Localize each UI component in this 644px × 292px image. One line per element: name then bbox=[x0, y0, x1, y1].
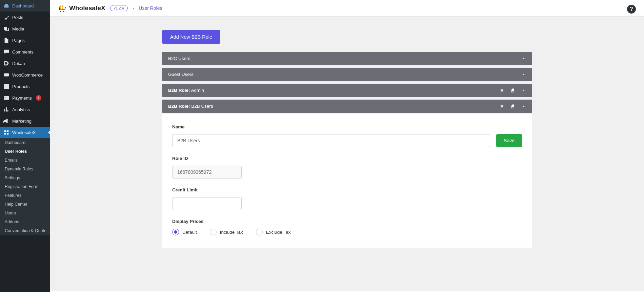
roleid-label: Role ID bbox=[172, 156, 522, 161]
accordion-b2b-users[interactable]: B2B Role: B2B Users bbox=[162, 100, 532, 113]
accordion-b2c-users[interactable]: B2C Users bbox=[162, 52, 532, 65]
delete-icon[interactable] bbox=[500, 88, 504, 93]
radio-dot-icon bbox=[172, 229, 179, 235]
woo-icon bbox=[3, 72, 9, 78]
radio-exclude-tax[interactable]: Exclude Tax bbox=[256, 229, 291, 235]
main-content: WholesaleX v1.2.4 › User Roles ? Add New… bbox=[50, 0, 644, 292]
sidebar-item-comments[interactable]: Comments bbox=[0, 46, 50, 58]
sidebar-label: Media bbox=[12, 26, 24, 32]
sidebar-label: Dashboard bbox=[12, 3, 34, 8]
accordion-title: B2B Role: Admin bbox=[168, 88, 500, 93]
sidebar-item-woocommerce[interactable]: WooCommerce bbox=[0, 69, 50, 81]
page-icon bbox=[3, 37, 9, 43]
sub-item-user-roles[interactable]: User Roles bbox=[0, 147, 50, 156]
sub-item-users[interactable]: Users bbox=[0, 209, 50, 217]
gauge-icon bbox=[3, 3, 9, 9]
credit-label: Credit Limit bbox=[172, 187, 522, 192]
breadcrumb: User Roles bbox=[139, 5, 162, 11]
cart-icon bbox=[58, 4, 66, 12]
brand-logo: WholesaleX bbox=[58, 4, 105, 12]
save-button[interactable]: Save bbox=[496, 134, 522, 147]
sidebar-item-dokan[interactable]: Dokan bbox=[0, 58, 50, 69]
chevron-down-icon[interactable] bbox=[521, 72, 526, 77]
radio-dot-icon bbox=[210, 229, 217, 235]
sidebar-label: WholesaleX bbox=[12, 130, 36, 135]
credit-input[interactable] bbox=[172, 197, 242, 210]
sub-item-emails[interactable]: Emails bbox=[0, 156, 50, 165]
sidebar-label: Dokan bbox=[12, 61, 25, 66]
radio-default[interactable]: Default bbox=[172, 229, 197, 235]
accordion-title: B2B Role: B2B Users bbox=[168, 104, 500, 109]
dokan-icon bbox=[3, 60, 9, 66]
sub-item-help-center[interactable]: Help Center bbox=[0, 200, 50, 209]
sidebar-label: Payments bbox=[12, 96, 32, 101]
sidebar-submenu: Dashboard User Roles Emails Dynamic Rule… bbox=[0, 138, 50, 235]
sidebar-item-pages[interactable]: Pages bbox=[0, 35, 50, 46]
delete-icon[interactable] bbox=[500, 104, 504, 109]
accordion-title: B2C Users bbox=[168, 56, 521, 61]
sidebar-item-posts[interactable]: Posts bbox=[0, 12, 50, 23]
sub-item-dynamic-rules[interactable]: Dynamic Rules bbox=[0, 165, 50, 173]
admin-sidebar: Dashboard Posts Media Pages Comments Dok… bbox=[0, 0, 50, 292]
radio-include-tax[interactable]: Include Tax bbox=[210, 229, 243, 235]
sub-item-dashboard[interactable]: Dashboard bbox=[0, 138, 50, 147]
chevron-down-icon[interactable] bbox=[521, 88, 526, 93]
topbar: WholesaleX v1.2.4 › User Roles bbox=[50, 0, 644, 17]
sidebar-item-media[interactable]: Media bbox=[0, 23, 50, 35]
accordion-title: Guest Users bbox=[168, 72, 521, 77]
version-badge: v1.2.4 bbox=[110, 5, 128, 11]
sidebar-label: Products bbox=[12, 84, 29, 89]
copy-icon[interactable] bbox=[510, 104, 515, 109]
sub-item-settings[interactable]: Settings bbox=[0, 173, 50, 182]
accordion-guest-users[interactable]: Guest Users bbox=[162, 68, 532, 81]
sidebar-label: Pages bbox=[12, 38, 25, 43]
box-icon bbox=[3, 83, 9, 89]
sidebar-item-analytics[interactable]: Analytics bbox=[0, 104, 50, 115]
payment-icon bbox=[3, 95, 9, 101]
sub-item-conversation-quote[interactable]: Conversation & Quote bbox=[0, 226, 50, 235]
sidebar-item-payments[interactable]: Payments1 bbox=[0, 92, 50, 104]
prices-label: Display Prices bbox=[172, 219, 522, 224]
sidebar-label: WooCommerce bbox=[12, 72, 43, 78]
help-button[interactable]: ? bbox=[627, 5, 636, 14]
wholesalex-icon bbox=[3, 129, 9, 135]
comment-icon bbox=[3, 49, 9, 55]
accordion-b2b-admin[interactable]: B2B Role: Admin bbox=[162, 84, 532, 97]
sub-item-features[interactable]: Features bbox=[0, 191, 50, 200]
sidebar-label: Comments bbox=[12, 49, 34, 55]
sidebar-label: Posts bbox=[12, 15, 23, 20]
sidebar-label: Marketing bbox=[12, 119, 32, 124]
radio-dot-icon bbox=[256, 229, 263, 235]
sub-item-addons[interactable]: Addons bbox=[0, 217, 50, 226]
name-label: Name bbox=[172, 124, 522, 129]
sidebar-item-products[interactable]: Products bbox=[0, 81, 50, 92]
megaphone-icon bbox=[3, 118, 9, 124]
media-icon bbox=[3, 26, 9, 32]
sidebar-item-dashboard[interactable]: Dashboard bbox=[0, 0, 50, 12]
sidebar-item-wholesalex[interactable]: WholesaleX bbox=[0, 127, 50, 138]
name-input[interactable] bbox=[172, 134, 490, 147]
chart-icon bbox=[3, 106, 9, 112]
badge: 1 bbox=[36, 95, 41, 101]
sub-item-registration-form[interactable]: Registration Form bbox=[0, 182, 50, 191]
roleid-input bbox=[172, 166, 242, 179]
chevron-up-icon[interactable] bbox=[521, 104, 526, 109]
role-form-panel: Name Save Role ID Credit Limit bbox=[162, 114, 532, 248]
sidebar-item-marketing[interactable]: Marketing bbox=[0, 115, 50, 127]
pin-icon bbox=[3, 14, 9, 20]
sidebar-label: Analytics bbox=[12, 107, 30, 112]
copy-icon[interactable] bbox=[510, 88, 515, 93]
chevron-right-icon: › bbox=[133, 5, 134, 11]
add-role-button[interactable]: Add New B2B Role bbox=[162, 30, 220, 44]
svg-rect-0 bbox=[4, 74, 9, 77]
chevron-down-icon[interactable] bbox=[521, 56, 526, 61]
brand-name: WholesaleX bbox=[69, 4, 105, 12]
